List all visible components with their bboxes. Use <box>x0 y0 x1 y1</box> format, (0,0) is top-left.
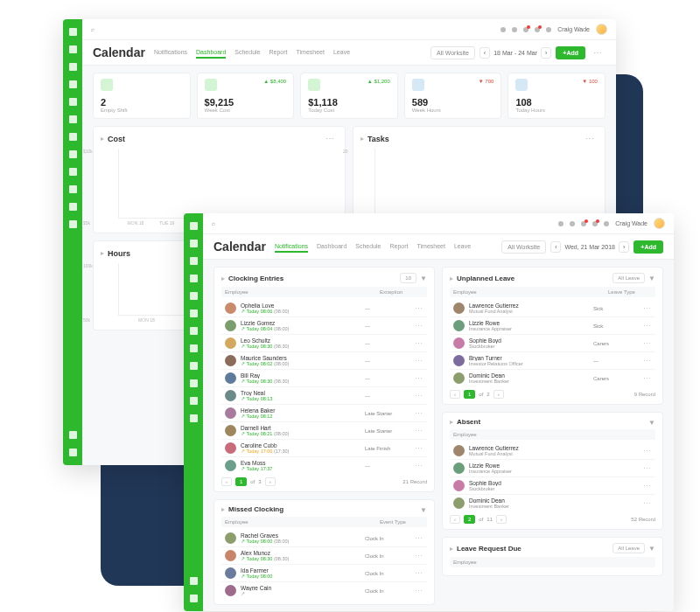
sidebar-item[interactable] <box>190 222 198 230</box>
table-row[interactable]: Lawrence GutierrezMutual Fund AnalystSic… <box>450 300 655 317</box>
row-menu-icon[interactable]: ⋯ <box>641 374 652 383</box>
leave-select[interactable]: All Leave <box>612 273 645 283</box>
tab-dashboard[interactable]: Dashboard <box>196 47 226 59</box>
sidebar-item[interactable] <box>190 344 198 352</box>
row-menu-icon[interactable]: ⋯ <box>413 409 424 418</box>
date-prev[interactable]: ‹ <box>480 47 490 59</box>
row-menu-icon[interactable]: ⋯ <box>413 304 424 313</box>
table-row[interactable]: Lizzie RoweInsurance AppraiserSick⋯ <box>450 317 655 335</box>
table-row[interactable]: Eva Moss↗ Today 17:37 —⋯ <box>221 457 427 474</box>
row-menu-icon[interactable]: ⋯ <box>641 357 652 365</box>
count-select[interactable]: 10 <box>400 273 416 283</box>
avatar[interactable] <box>596 24 607 35</box>
page-prev[interactable]: ‹ <box>221 477 232 486</box>
sidebar-item[interactable] <box>69 98 77 106</box>
add-button[interactable]: +Add <box>556 46 585 59</box>
stat-card[interactable]: 2Empty Shift <box>93 73 191 119</box>
mail-icon[interactable] <box>512 27 517 32</box>
sidebar-item[interactable] <box>190 240 198 247</box>
stat-card[interactable]: ▲ $1,200$1,118Today Cost <box>300 73 398 119</box>
chat-icon[interactable] <box>535 27 540 32</box>
tab-report[interactable]: Report <box>270 47 288 59</box>
page-num[interactable]: 1 <box>464 390 475 399</box>
table-row[interactable]: Lizzie RoweInsurance Appraiser⋯ <box>450 460 655 477</box>
page-next[interactable]: › <box>496 515 507 524</box>
tab-timesheet[interactable]: Timesheet <box>417 241 445 253</box>
tab-report[interactable]: Report <box>390 241 409 253</box>
tab-dashboard[interactable]: Dashboard <box>317 241 346 253</box>
tab-schedule[interactable]: Schedule <box>355 241 381 253</box>
page-prev[interactable]: ‹ <box>450 390 460 399</box>
tab-leave[interactable]: Leave <box>333 47 350 59</box>
worksite-select[interactable]: All Worksite <box>501 240 546 254</box>
expand-icon[interactable]: ▸ <box>360 135 364 143</box>
search-icon[interactable]: ⌕ <box>212 220 215 226</box>
sidebar-item[interactable] <box>69 168 77 176</box>
expand-icon[interactable]: ▸ <box>450 418 453 426</box>
filter-icon[interactable]: ▼ <box>648 545 655 552</box>
stat-card[interactable]: ▼ 700589Week Hours <box>404 73 502 119</box>
sidebar-item[interactable] <box>190 327 198 335</box>
table-row[interactable]: Troy Neal↗ Today 08:13 —⋯ <box>221 387 427 405</box>
sidebar-item[interactable] <box>69 449 77 456</box>
row-menu-icon[interactable]: ⋯ <box>413 534 424 543</box>
sidebar-item[interactable] <box>190 292 198 300</box>
app-icon[interactable] <box>546 27 551 32</box>
table-row[interactable]: Caroline Cobb↗ Today 17:06 (17:30)Late F… <box>221 440 427 457</box>
username[interactable]: Craig Wade <box>615 220 648 226</box>
table-row[interactable]: Leo Schultz↗ Today 08:30 (08:30)—⋯ <box>221 335 427 352</box>
sidebar-item[interactable] <box>69 115 77 123</box>
sidebar-item[interactable] <box>69 45 77 53</box>
table-row[interactable]: Sophie BoydStockbroker⋯ <box>450 477 655 495</box>
page-num[interactable]: 1 <box>235 477 247 486</box>
filter-icon[interactable]: ▼ <box>420 275 427 282</box>
date-next[interactable]: › <box>619 241 629 253</box>
sidebar-item[interactable] <box>69 431 77 439</box>
table-row[interactable]: Ophelia Love↗ Today 08:06 (08:00)—⋯ <box>221 300 427 317</box>
expand-icon[interactable]: ▸ <box>101 135 104 143</box>
row-menu-icon[interactable]: ⋯ <box>641 322 652 330</box>
sidebar-item[interactable] <box>190 595 198 602</box>
sidebar-item[interactable] <box>190 577 198 585</box>
row-menu-icon[interactable]: ⋯ <box>413 462 424 470</box>
row-menu-icon[interactable]: ⋯ <box>413 444 424 453</box>
table-row[interactable]: Dominic DeanInvestment BankerCarers⋯ <box>450 370 655 386</box>
sidebar-item[interactable] <box>190 257 198 265</box>
row-menu-icon[interactable]: ⋯ <box>413 374 424 383</box>
sidebar-item[interactable] <box>190 275 198 282</box>
more-icon[interactable]: ⋯ <box>582 134 598 143</box>
page-prev[interactable]: ‹ <box>450 515 460 524</box>
expand-icon[interactable]: ▸ <box>101 249 104 257</box>
row-menu-icon[interactable]: ⋯ <box>641 304 652 313</box>
table-row[interactable]: Ida Farmer↗ Today 08:00 Clock In⋯ <box>221 565 427 582</box>
bell-icon[interactable] <box>523 27 528 32</box>
sidebar-item[interactable] <box>69 63 77 71</box>
table-row[interactable]: Bill Ray↗ Today 08:30 (08:30)—⋯ <box>221 370 427 387</box>
help-icon[interactable] <box>558 221 564 226</box>
table-row[interactable]: Lizzie Gomez↗ Today 08:04 (08:00)—⋯ <box>221 317 427 335</box>
mail-icon[interactable] <box>570 221 575 226</box>
row-menu-icon[interactable]: ⋯ <box>641 482 652 490</box>
sidebar-item[interactable] <box>190 362 198 370</box>
sidebar-item[interactable] <box>190 309 198 317</box>
sidebar-item[interactable] <box>69 203 77 211</box>
expand-icon[interactable]: ▸ <box>221 505 225 513</box>
filter-icon[interactable]: ▼ <box>420 506 427 513</box>
row-menu-icon[interactable]: ⋯ <box>413 339 424 348</box>
chat-icon[interactable] <box>592 221 598 226</box>
sidebar-item[interactable] <box>69 80 77 88</box>
expand-icon[interactable]: ▸ <box>450 275 453 282</box>
table-row[interactable]: Darnell Hart↗ Today 08:21 (08:00)Late St… <box>221 422 427 440</box>
stat-card[interactable]: ▲ $8,400$9,215Week Cost <box>197 73 295 119</box>
worksite-select[interactable]: All Worksite <box>430 46 475 59</box>
sidebar-item[interactable] <box>69 28 77 36</box>
table-row[interactable]: Maurice Saunders↗ Today 08:02 (08:00)—⋯ <box>221 352 427 370</box>
row-menu-icon[interactable]: ⋯ <box>413 322 424 330</box>
help-icon[interactable] <box>500 27 506 32</box>
date-next[interactable]: › <box>541 47 551 59</box>
more-icon[interactable]: ⋯ <box>322 134 338 143</box>
tab-notifications[interactable]: Notifications <box>154 47 187 59</box>
row-menu-icon[interactable]: ⋯ <box>413 427 424 435</box>
sidebar-item[interactable] <box>190 379 198 387</box>
table-row[interactable]: Lawrence GutierrezMutual Fund Analyst⋯ <box>450 442 655 460</box>
